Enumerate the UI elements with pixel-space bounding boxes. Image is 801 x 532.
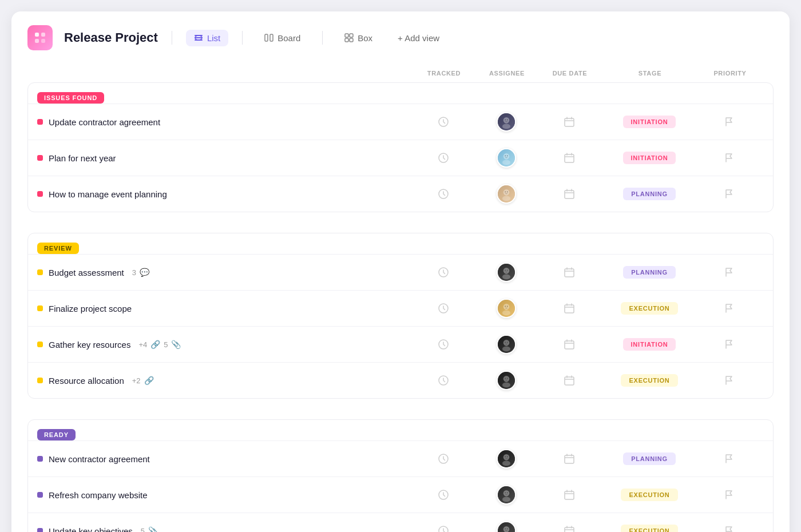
tracked-icon (438, 453, 449, 464)
table-row[interactable]: Update contractor agreement INITIATION (28, 104, 773, 140)
svg-point-23 (507, 156, 508, 157)
table-row[interactable]: How to manage event planning PLANNING (28, 176, 773, 212)
tracked-icon (438, 267, 449, 278)
svg-point-58 (507, 378, 508, 379)
tracked-icon (438, 525, 449, 532)
add-view-button[interactable]: + Add view (392, 30, 445, 46)
assignee-cell[interactable] (478, 485, 535, 505)
task-name-text: Refresh company website (49, 490, 148, 500)
stage-cell[interactable]: INITIATION (604, 152, 695, 164)
table-row[interactable]: Update key objectives5📎 EXECUTION (28, 513, 773, 532)
due-date-cell[interactable] (535, 525, 604, 532)
task-name-text: Plan for next year (49, 153, 116, 163)
stage-cell[interactable]: INITIATION (604, 338, 695, 351)
priority-cell[interactable] (695, 189, 764, 199)
due-date-cell[interactable] (535, 375, 604, 386)
assignee-cell[interactable] (478, 112, 535, 132)
stage-cell[interactable]: EXECUTION (604, 525, 695, 532)
due-date-cell[interactable] (535, 453, 604, 464)
table-row[interactable]: Gather key resources+4🔗5📎 INITIATION (28, 326, 773, 362)
table-row[interactable]: Finalize project scope EXECUTION (28, 290, 773, 326)
task-dot (37, 269, 43, 275)
priority-cell[interactable] (695, 454, 764, 464)
priority-cell[interactable] (695, 339, 764, 350)
tracked-icon (438, 188, 449, 200)
task-name-text: Finalize project scope (49, 304, 132, 313)
nav-board[interactable]: Board (256, 30, 308, 46)
due-date-cell[interactable] (535, 116, 604, 128)
task-name-cell: Gather key resources+4🔗5📎 (37, 340, 409, 350)
priority-cell[interactable] (695, 526, 764, 532)
assignee-cell[interactable] (478, 371, 535, 390)
section-ready: READYNew contractor agreement PLANNINGRe… (27, 419, 774, 532)
avatar (497, 184, 516, 204)
avatar (497, 299, 516, 318)
tracked-cell[interactable] (409, 303, 478, 314)
assignee-cell[interactable] (478, 449, 535, 469)
stage-cell[interactable]: INITIATION (604, 116, 695, 128)
tracked-cell[interactable] (409, 116, 478, 128)
stage-cell[interactable]: PLANNING (604, 452, 695, 465)
stage-badge: INITIATION (623, 338, 676, 351)
section-badge-issues-found: ISSUES FOUND (37, 92, 104, 104)
tracked-cell[interactable] (409, 267, 478, 278)
assignee-cell[interactable] (478, 148, 535, 168)
assignee-cell[interactable] (478, 335, 535, 354)
flag-icon (724, 526, 735, 532)
avatar (497, 335, 516, 354)
project-title: Release Project (64, 30, 158, 45)
priority-cell[interactable] (695, 490, 764, 500)
svg-point-63 (503, 454, 510, 460)
calendar-icon (564, 188, 575, 200)
tracked-cell[interactable] (409, 339, 478, 350)
due-date-cell[interactable] (535, 489, 604, 501)
tracked-cell[interactable] (409, 453, 478, 464)
stage-cell[interactable]: PLANNING (604, 188, 695, 200)
priority-cell[interactable] (695, 303, 764, 313)
table-row[interactable]: Refresh company website EXECUTION (28, 477, 773, 513)
due-date-cell[interactable] (535, 188, 604, 200)
stage-cell[interactable]: EXECUTION (604, 489, 695, 501)
due-date-cell[interactable] (535, 339, 604, 350)
priority-cell[interactable] (695, 153, 764, 163)
assignee-cell[interactable] (478, 299, 535, 318)
tracked-cell[interactable] (409, 375, 478, 386)
svg-point-49 (503, 340, 510, 346)
priority-cell[interactable] (695, 375, 764, 386)
svg-point-14 (503, 117, 510, 124)
nav-box[interactable]: Box (336, 30, 380, 46)
calendar-icon (564, 152, 575, 164)
due-date-cell[interactable] (535, 267, 604, 278)
app-container: Release Project List Board (11, 11, 790, 532)
svg-point-44 (507, 306, 508, 307)
svg-point-48 (502, 347, 510, 352)
flag-icon (724, 117, 735, 127)
assignee-cell[interactable] (478, 184, 535, 204)
due-date-cell[interactable] (535, 152, 604, 164)
due-date-cell[interactable] (535, 303, 604, 314)
flag-icon (724, 303, 735, 313)
nav-list[interactable]: List (186, 30, 228, 46)
stage-cell[interactable]: PLANNING (604, 266, 695, 279)
task-dot (37, 492, 43, 498)
tracked-cell[interactable] (409, 188, 478, 200)
assignee-cell[interactable] (478, 263, 535, 282)
svg-rect-24 (565, 154, 574, 162)
tracked-cell[interactable] (409, 152, 478, 164)
svg-point-69 (502, 497, 510, 502)
table-row[interactable]: Plan for next year INITIATION (28, 140, 773, 176)
task-name-cell: Resource allocation+2🔗 (37, 376, 409, 386)
assignee-cell[interactable] (478, 521, 535, 532)
col-header-stage: STAGE (604, 70, 696, 77)
stage-cell[interactable]: EXECUTION (604, 374, 695, 387)
stage-badge: PLANNING (623, 452, 676, 465)
table-row[interactable]: Budget assessment3💬 PLANNING (28, 254, 773, 290)
priority-cell[interactable] (695, 267, 764, 277)
calendar-icon (564, 453, 575, 464)
stage-cell[interactable]: EXECUTION (604, 302, 695, 315)
priority-cell[interactable] (695, 117, 764, 127)
table-row[interactable]: Resource allocation+2🔗 EXECUTION (28, 362, 773, 398)
table-row[interactable]: New contractor agreement PLANNING (28, 440, 773, 477)
tracked-cell[interactable] (409, 525, 478, 532)
tracked-cell[interactable] (409, 489, 478, 501)
